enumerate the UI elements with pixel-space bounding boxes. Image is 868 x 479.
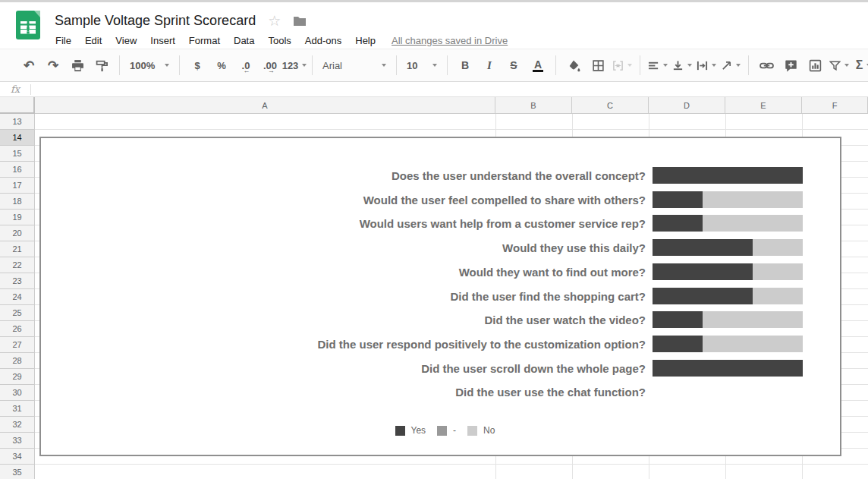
row-header-15[interactable]: 15 <box>0 146 35 162</box>
embedded-chart[interactable]: Does the user understand the overall con… <box>39 137 841 456</box>
row-header-29[interactable]: 29 <box>0 369 35 385</box>
number-format-menu[interactable]: 123 <box>282 55 307 76</box>
chart-bar-segment-yes <box>653 167 803 184</box>
strikethrough-button[interactable]: S <box>502 55 526 76</box>
row-header-32[interactable]: 32 <box>0 417 35 433</box>
row-header-31[interactable]: 31 <box>0 401 35 417</box>
legend-item: No <box>467 425 495 436</box>
row-header-18[interactable]: 18 <box>0 194 35 210</box>
row-header-13[interactable]: 13 <box>0 114 35 130</box>
star-icon[interactable]: ☆ <box>268 14 281 28</box>
column-header-f[interactable]: F <box>802 97 868 114</box>
format-currency-button[interactable]: $ <box>185 55 209 76</box>
column-header-d[interactable]: D <box>649 97 725 114</box>
vertical-align-button[interactable] <box>670 55 694 76</box>
chart-category-label: Did the user watch the video? <box>41 311 646 328</box>
chart-bar-segment-no <box>753 263 803 280</box>
chart-bar <box>653 239 803 256</box>
menu-edit[interactable]: Edit <box>78 32 108 49</box>
row-header-33[interactable]: 33 <box>0 433 35 449</box>
sheets-logo-icon[interactable] <box>13 8 43 42</box>
legend-swatch <box>395 426 405 436</box>
chart-category-label: Would they use this daily? <box>41 239 646 256</box>
row-header-21[interactable]: 21 <box>0 241 35 257</box>
chart-bar-segment-yes <box>653 191 703 208</box>
menu-addons[interactable]: Add-ons <box>298 32 348 49</box>
increase-decimal-button[interactable]: .00→ <box>258 55 282 76</box>
chart-category-label: Did the user scroll down the whole page? <box>41 360 646 377</box>
legend-label: - <box>453 425 456 436</box>
font-size-select[interactable]: 10 <box>402 55 442 76</box>
row-header-25[interactable]: 25 <box>0 305 35 321</box>
menu-file[interactable]: File <box>49 32 78 49</box>
row-header-14[interactable]: 14 <box>0 130 35 146</box>
redo-button[interactable]: ↷ <box>41 55 65 76</box>
row-header-16[interactable]: 16 <box>0 162 35 178</box>
undo-button[interactable]: ↶ <box>17 55 41 76</box>
chart-row: Did the user scroll down the whole page? <box>41 360 840 377</box>
save-status-link[interactable]: All changes saved in Drive <box>392 35 508 46</box>
chart-bar <box>653 263 803 280</box>
row-header-35[interactable]: 35 <box>0 465 35 479</box>
row-header-28[interactable]: 28 <box>0 353 35 369</box>
functions-button[interactable]: Σ <box>851 55 868 76</box>
legend-item: - <box>437 425 456 436</box>
spreadsheet-grid: ABCDEF 131415161718192021222324252627282… <box>0 97 868 479</box>
menu-format[interactable]: Format <box>182 32 227 49</box>
menu-tools[interactable]: Tools <box>261 32 297 49</box>
menu-view[interactable]: View <box>108 32 143 49</box>
chart-bar-segment-yes <box>653 336 703 352</box>
chart-bar-segment-yes <box>653 263 753 280</box>
insert-comment-button[interactable] <box>778 55 803 76</box>
print-button[interactable] <box>65 55 90 76</box>
menu-insert[interactable]: Insert <box>143 32 182 49</box>
row-header-27[interactable]: 27 <box>0 337 35 353</box>
decrease-decimal-button[interactable]: .0← <box>234 55 258 76</box>
row-header-26[interactable]: 26 <box>0 321 35 337</box>
chart-category-label: Did the user respond positively to the c… <box>41 336 646 352</box>
menu-help[interactable]: Help <box>348 32 382 49</box>
folder-icon[interactable] <box>293 15 307 27</box>
horizontal-align-button[interactable] <box>646 55 670 76</box>
row-header-22[interactable]: 22 <box>0 257 35 273</box>
menu-data[interactable]: Data <box>227 32 261 49</box>
chart-category-label: Did the user use the chat function? <box>41 383 646 400</box>
column-header-c[interactable]: C <box>572 97 649 114</box>
bold-button[interactable]: B <box>453 55 477 76</box>
text-wrap-button[interactable] <box>694 55 719 76</box>
document-title[interactable]: Sample Voltage Sprint Scorecard <box>55 13 256 29</box>
zoom-select[interactable]: 100% <box>125 55 174 76</box>
italic-button[interactable]: I <box>477 55 502 76</box>
row-header-17[interactable]: 17 <box>0 178 35 194</box>
insert-chart-button[interactable] <box>803 55 827 76</box>
legend-item: Yes <box>395 425 426 436</box>
row-header-24[interactable]: 24 <box>0 289 35 305</box>
fx-icon: fx <box>0 84 30 95</box>
formula-input[interactable] <box>31 82 868 96</box>
chart-bar-segment-no <box>703 215 803 232</box>
select-all-corner[interactable] <box>0 97 35 114</box>
font-family-select[interactable]: Arial <box>318 55 391 76</box>
row-header-23[interactable]: 23 <box>0 273 35 289</box>
chart-bar <box>653 336 803 352</box>
fill-color-button[interactable] <box>561 55 586 76</box>
column-header-e[interactable]: E <box>725 97 802 114</box>
text-color-button[interactable]: A <box>526 55 550 76</box>
format-percent-button[interactable]: % <box>209 55 234 76</box>
chart-category-label: Would users want help from a customer se… <box>41 215 646 232</box>
paint-format-button[interactable] <box>90 55 114 76</box>
chart-bar <box>653 288 803 304</box>
merge-cells-button[interactable] <box>610 55 634 76</box>
row-header-30[interactable]: 30 <box>0 385 35 401</box>
row-header-34[interactable]: 34 <box>0 449 35 465</box>
filter-button[interactable] <box>827 55 851 76</box>
column-header-b[interactable]: B <box>495 97 572 114</box>
chart-row: Would the user feel compelled to share w… <box>41 191 840 208</box>
text-rotation-button[interactable] <box>719 55 743 76</box>
insert-link-button[interactable] <box>754 55 778 76</box>
row-header-19[interactable]: 19 <box>0 210 35 225</box>
chart-row: Did the user watch the video? <box>41 311 840 328</box>
row-header-20[interactable]: 20 <box>0 225 35 241</box>
column-header-a[interactable]: A <box>35 97 495 114</box>
borders-button[interactable] <box>586 55 610 76</box>
